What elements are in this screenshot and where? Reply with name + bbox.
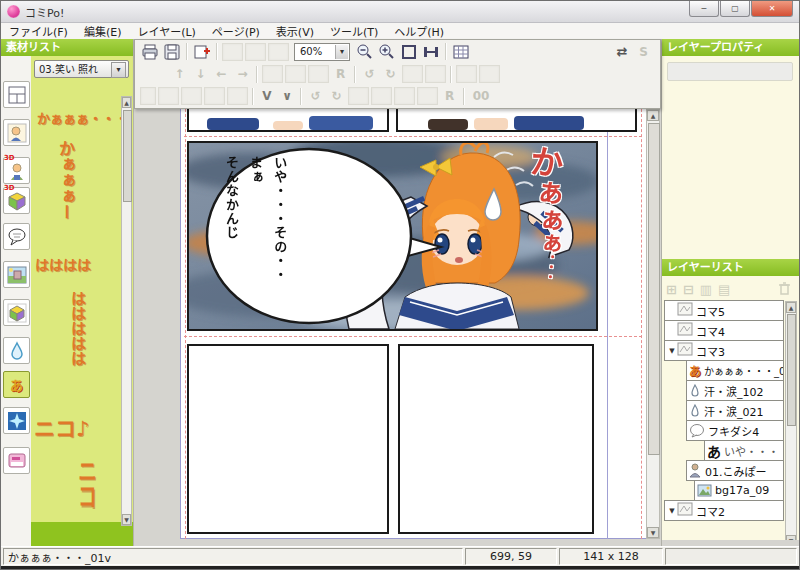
panel-bottom-left[interactable] [187, 344, 389, 534]
panel-thumbnail-icon [677, 342, 693, 359]
tab-image[interactable] [3, 447, 30, 474]
balloon-tail-button[interactable]: V [257, 89, 277, 103]
tab-item[interactable] [3, 299, 30, 326]
layer-row[interactable]: 汗・涙_102 [686, 380, 784, 401]
material-item[interactable]: はははは [35, 254, 91, 274]
layer-list-scrollbar[interactable]: ▲ ▼ [785, 301, 797, 547]
layer-row[interactable]: あかぁぁぁ・・・_01v [686, 360, 784, 381]
print-button[interactable] [139, 42, 161, 62]
menu-layer[interactable]: レイヤー(L) [129, 23, 203, 39]
zoom-level-select[interactable]: 60%▾ [294, 43, 350, 61]
balloon-layer-icon [689, 423, 705, 438]
material-item[interactable]: ニコ [73, 458, 100, 509]
layer-label: 汗・涙_102 [704, 383, 764, 399]
print-icon [141, 43, 159, 61]
layer-properties-title: レイヤープロパティ [662, 39, 799, 56]
duplicate-layer-icon: ⊟ [683, 282, 694, 297]
menu-file[interactable]: ファイル(F) [1, 23, 76, 39]
close-button[interactable]: ✕ [751, 1, 793, 17]
layer-row[interactable]: 汗・涙_021 [686, 400, 784, 421]
panel-top-right[interactable] [396, 109, 637, 132]
layer-label: 汗・涙_021 [704, 403, 764, 419]
material-item[interactable]: ニコ♪ [34, 412, 89, 442]
material-list-footer [31, 522, 133, 546]
tab-panel-layout[interactable] [3, 81, 30, 108]
material-category-select[interactable]: 03.笑い 照れ▾ [34, 60, 129, 78]
canvas-area[interactable]: いや・・・その・・ まぁ そんなかんじ か ぁ ぁ ぁ ・ ・ ・ ▲ ▼ [134, 109, 661, 546]
fit-page-button[interactable] [398, 42, 420, 62]
layer-label: コマ4 [696, 323, 725, 339]
bubble-line: そんなかんじ [219, 156, 243, 320]
text-layer-icon: あ [707, 441, 721, 461]
menu-tool[interactable]: ツール(T) [322, 23, 386, 39]
scroll-up-icon[interactable]: ▲ [786, 302, 796, 313]
add-panel-button[interactable] [191, 42, 213, 62]
menu-page[interactable]: ページ(P) [204, 23, 268, 39]
bubble-line: いや・・・その・・ [267, 156, 291, 320]
chevron-down-icon: ▾ [111, 62, 126, 78]
scroll-up-icon[interactable]: ▲ [122, 97, 131, 108]
disabled-move-right-icon: → [232, 67, 253, 81]
zoom-in-button[interactable] [376, 42, 398, 62]
tab-effect-drop[interactable] [3, 337, 30, 364]
fit-width-button[interactable] [420, 42, 442, 62]
water-drop-layer-icon [689, 404, 701, 418]
scrollbar-thumb[interactable] [123, 110, 132, 202]
refresh-3d-button[interactable]: ⇄ [611, 44, 633, 59]
scrollbar-thumb[interactable] [787, 314, 796, 426]
menu-help[interactable]: ヘルプ(H) [386, 23, 452, 39]
save-button[interactable] [161, 42, 183, 62]
disabled-paste-button [268, 43, 289, 61]
tab-effect-flash[interactable] [3, 407, 30, 434]
material-item[interactable]: かぁぁぁ・・・ [37, 108, 128, 127]
canvas-vertical-scrollbar[interactable]: ▲ ▼ [646, 109, 660, 539]
tab-background[interactable] [3, 261, 30, 288]
layer-row[interactable]: ▼コマ2 [664, 500, 784, 521]
disabled-pose-icon [140, 87, 156, 105]
layer-row[interactable]: コマ4 [664, 320, 784, 341]
scroll-down-icon[interactable]: ▼ [647, 527, 659, 538]
layer-row[interactable]: bg17a_09 [694, 480, 784, 501]
material-scrollbar[interactable]: ▲ ▼ [121, 96, 132, 526]
title-bar[interactable]: コミPo! ─ ▢ ✕ [1, 1, 799, 23]
tab-balloon[interactable] [3, 223, 30, 250]
material-tab-strip: 3D 3D あ [1, 56, 32, 546]
layer-row[interactable]: フキダシ4 [686, 420, 784, 441]
maximize-button[interactable]: ▢ [720, 1, 750, 17]
disabled-align-icon [479, 65, 500, 83]
status-progress-area [665, 548, 797, 565]
grid-button[interactable] [450, 42, 472, 62]
scrollbar-thumb[interactable] [648, 123, 660, 455]
tab-decorated-text[interactable]: あ [3, 371, 30, 398]
disabled-transform-icon [308, 65, 329, 83]
disabled-copy-button [245, 43, 266, 61]
disabled-transform-icon [262, 65, 283, 83]
panel-main[interactable]: いや・・・その・・ まぁ そんなかんじ か ぁ ぁ ぁ ・ ・ ・ [187, 141, 598, 331]
expand-triangle-icon[interactable]: ▼ [667, 507, 677, 515]
layer-row[interactable]: あいや・・・ [704, 440, 784, 461]
material-item[interactable]: かぁぁぁー [53, 140, 77, 220]
panel-top-left[interactable] [187, 109, 389, 132]
scroll-down-icon[interactable]: ▼ [122, 514, 131, 525]
zoom-out-button[interactable] [354, 42, 376, 62]
layer-row[interactable]: コマ5 [664, 300, 784, 321]
tab-3d-character[interactable]: 3D [3, 157, 30, 184]
panel-bottom-right[interactable] [398, 344, 594, 534]
layer-row[interactable]: 01.こみぽー [686, 460, 784, 481]
character-icon [7, 123, 27, 143]
status-selection: かぁぁぁ・・・_01v [3, 548, 463, 565]
layer-properties-empty-bar [667, 62, 793, 81]
menu-view[interactable]: 表示(V) [268, 23, 322, 39]
disabled-rotate-icon [417, 87, 438, 105]
tab-3d-item[interactable]: 3D [3, 187, 30, 214]
artwork-shape [514, 116, 584, 130]
layer-row[interactable]: ▼コマ3 [664, 340, 784, 361]
material-item[interactable]: ははははは [67, 291, 88, 366]
tab-character[interactable] [3, 119, 30, 146]
expand-triangle-icon[interactable]: ▼ [667, 347, 677, 355]
menu-edit[interactable]: 編集(E) [76, 23, 130, 39]
minimize-button[interactable]: ─ [689, 1, 719, 17]
balloon-tail-curve-button[interactable]: ∨ [277, 89, 297, 103]
materials-panel-title: 素材リスト [1, 39, 133, 56]
scroll-up-icon[interactable]: ▲ [647, 110, 659, 121]
